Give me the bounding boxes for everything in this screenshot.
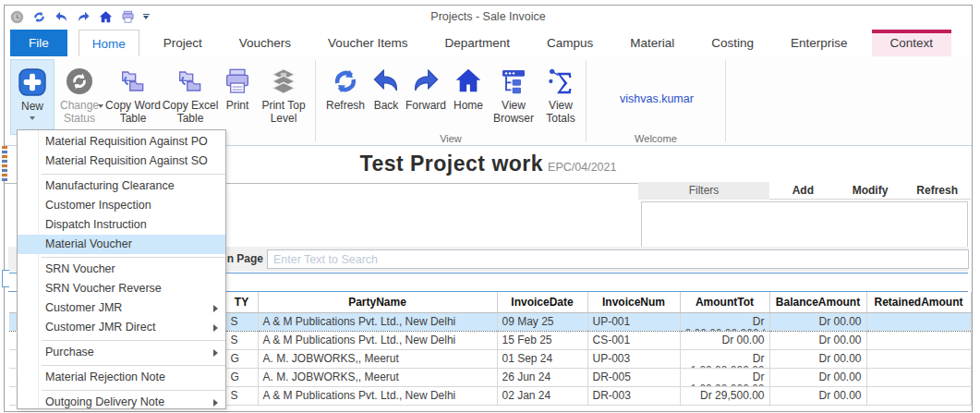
- cell-party: A & M Publications Pvt. Ltd., New Delhi: [258, 312, 497, 331]
- tab-file[interactable]: File: [10, 30, 67, 56]
- cell-ty: G: [225, 349, 258, 368]
- column-header-invoicedate[interactable]: InvoiceDate: [497, 292, 587, 312]
- cell-party: A. M. JOBWORKS,, Meerut: [258, 368, 497, 386]
- copy-folders-icon: [118, 64, 148, 99]
- print-top-level-label: Print Top Level: [261, 99, 305, 125]
- filter-add-button[interactable]: Add: [769, 184, 837, 197]
- refresh-button[interactable]: Refresh: [321, 59, 369, 112]
- back-button[interactable]: Back: [369, 59, 403, 112]
- cell-retained: [866, 386, 971, 405]
- cell-ty: G: [225, 368, 258, 386]
- column-header-partyname[interactable]: PartyName: [258, 292, 497, 312]
- ribbon-tab-bar: File Home Project Vouchers Voucher Items…: [5, 30, 972, 56]
- change-status-button[interactable]: Change Status: [54, 59, 104, 125]
- cell-party: A. M. JOBWORKS,, Meerut: [258, 349, 497, 368]
- ribbon-group-label-welcome: Welcome: [587, 133, 725, 144]
- tab-voucher-items[interactable]: Voucher Items: [315, 30, 420, 56]
- filter-list-box[interactable]: [641, 201, 968, 248]
- cell-balance: Dr 00.00: [769, 368, 866, 386]
- column-header-retainedamount[interactable]: RetainedAmount: [866, 292, 971, 312]
- change-status-label: Change Status: [60, 99, 99, 125]
- forward-button[interactable]: Forward: [403, 59, 449, 112]
- tab-home[interactable]: Home: [79, 30, 139, 56]
- refresh-label: Refresh: [326, 99, 365, 112]
- cell-retained: [866, 349, 971, 368]
- menu-item-srn-voucher[interactable]: SRN Voucher: [18, 260, 225, 279]
- print-top-level-button[interactable]: Print Top Level: [256, 59, 311, 125]
- cell-party: A & M Publications Pvt. Ltd., New Delhi: [258, 331, 497, 349]
- ribbon-group-view: Refresh Back Forward Home: [316, 56, 586, 145]
- project-code: EPC/04/2021: [548, 161, 616, 174]
- cell-retained: [866, 331, 971, 349]
- cell-date: 09 May 25: [497, 312, 587, 331]
- menu-item-customer-jmr-direct[interactable]: Customer JMR Direct: [18, 318, 225, 337]
- print-button[interactable]: Print: [219, 59, 256, 112]
- layers-icon: [269, 64, 298, 99]
- tab-enterprise[interactable]: Enterprise: [778, 30, 861, 56]
- tab-department[interactable]: Department: [431, 30, 523, 56]
- menu-item-dispatch-instruction[interactable]: Dispatch Instruction: [18, 215, 225, 235]
- menu-item-customer-inspection[interactable]: Customer Inspection: [18, 196, 225, 215]
- new-button-label: New: [21, 100, 43, 113]
- cell-amount: Dr1,00,00,000.00: [680, 368, 769, 386]
- home-label: Home: [454, 99, 483, 112]
- menu-separator: [42, 365, 225, 366]
- cell-ty: S: [225, 312, 258, 331]
- chevron-down-icon: [30, 116, 35, 120]
- copy-word-table-label: Copy Word Table: [105, 99, 161, 125]
- view-browser-button[interactable]: View Browser: [488, 59, 539, 125]
- column-header-invoicenum[interactable]: InvoiceNum: [587, 292, 680, 312]
- column-header-balanceamount[interactable]: BalanceAmount: [769, 292, 866, 312]
- menu-item-customer-jmr[interactable]: Customer JMR: [18, 298, 225, 318]
- cell-date: 01 Sep 24: [497, 349, 587, 368]
- menu-item-outgoing-delivery-note[interactable]: Outgoing Delivery Note: [18, 393, 225, 409]
- tab-material[interactable]: Material: [617, 30, 687, 56]
- cell-invoicenum: UP-001: [587, 312, 680, 331]
- filter-refresh-button[interactable]: Refresh: [903, 184, 971, 197]
- view-browser-label: View Browser: [493, 99, 534, 125]
- cell-invoicenum: UP-003: [587, 349, 680, 368]
- menu-separator: [42, 174, 225, 175]
- tab-campus[interactable]: Campus: [534, 30, 606, 56]
- copy-excel-table-button[interactable]: Copy Excel Table: [162, 59, 219, 125]
- copy-word-table-button[interactable]: Copy Word Table: [104, 59, 162, 125]
- view-totals-button[interactable]: View Totals: [539, 59, 582, 125]
- menu-item-manufacturing-clearance[interactable]: Manufacturing Clearance: [18, 176, 225, 196]
- plus-icon: [18, 65, 47, 100]
- welcome-user-link[interactable]: vishvas.kumar: [592, 92, 721, 105]
- forward-label: Forward: [405, 99, 446, 112]
- menu-item-material-requisition-po[interactable]: Material Requisition Against PO: [18, 132, 225, 152]
- tab-context[interactable]: Context: [872, 30, 952, 56]
- cell-date: 26 Jun 24: [497, 368, 587, 386]
- new-button[interactable]: New: [10, 59, 54, 135]
- column-header-amounttot[interactable]: AmountTot: [680, 292, 769, 312]
- copy-excel-table-label: Copy Excel Table: [163, 99, 219, 125]
- print-label: Print: [226, 99, 249, 112]
- menu-item-srn-voucher-reverse[interactable]: SRN Voucher Reverse: [18, 279, 225, 298]
- view-totals-label: View Totals: [546, 99, 575, 125]
- filter-modify-button[interactable]: Modify: [837, 184, 904, 197]
- column-header-ty[interactable]: TY: [225, 292, 258, 312]
- cell-invoicenum: DR-003: [587, 386, 680, 405]
- submenu-arrow-icon: [213, 305, 218, 312]
- menu-item-material-voucher[interactable]: Material Voucher: [18, 235, 225, 254]
- menu-item-material-rejection-note[interactable]: Material Rejection Note: [18, 368, 225, 387]
- cell-retained: [866, 368, 971, 386]
- docked-panel-handle[interactable]: [2, 146, 7, 181]
- search-input[interactable]: [267, 249, 969, 269]
- tab-costing[interactable]: Costing: [698, 30, 767, 56]
- cell-date: 02 Jan 24: [497, 386, 587, 405]
- forward-arrow-icon: [411, 64, 441, 99]
- cell-balance: Dr 00.00: [769, 312, 866, 331]
- tab-vouchers[interactable]: Vouchers: [226, 30, 304, 56]
- cell-retained: [866, 312, 971, 331]
- window-title: Projects - Sale Invoice: [5, 10, 972, 23]
- cell-amount: Dr 00.00: [680, 331, 769, 349]
- menu-item-material-requisition-so[interactable]: Material Requisition Against SO: [18, 152, 225, 171]
- tab-project[interactable]: Project: [151, 30, 215, 56]
- chevron-down-icon: [98, 104, 103, 108]
- refresh-icon: [331, 64, 360, 99]
- menu-item-purchase[interactable]: Purchase: [18, 343, 225, 362]
- home-button[interactable]: Home: [449, 59, 488, 112]
- cell-invoicenum: CS-001: [587, 331, 680, 349]
